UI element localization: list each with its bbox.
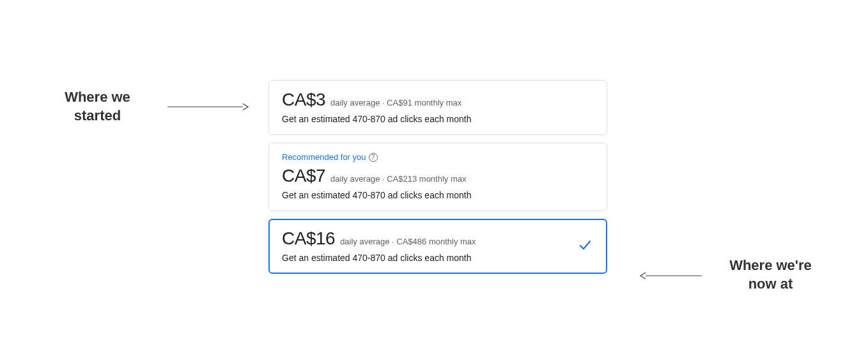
- budget-amount-line: CA$3 daily average · CA$91 monthly max: [282, 90, 594, 110]
- annotation-now: Where we're now at: [715, 257, 826, 293]
- budget-amount: CA$7: [282, 166, 325, 186]
- budget-estimate: Get an estimated 470-870 ad clicks each …: [282, 190, 594, 200]
- budget-estimate: Get an estimated 470-870 ad clicks each …: [282, 114, 594, 124]
- arrow-right-icon: [166, 102, 249, 114]
- budget-amount: CA$3: [282, 90, 325, 110]
- budget-amount: CA$16: [282, 228, 335, 249]
- checkmark-icon: [578, 238, 592, 255]
- budget-meta: daily average · CA$91 monthly max: [330, 98, 461, 107]
- budget-options: CA$3 daily average · CA$91 monthly max G…: [268, 80, 607, 282]
- help-icon[interactable]: ?: [369, 153, 378, 162]
- budget-estimate: Get an estimated 470-870 ad clicks each …: [282, 253, 594, 263]
- budget-amount-line: CA$16 daily average · CA$486 monthly max: [282, 228, 594, 249]
- budget-meta: daily average · CA$213 monthly max: [330, 174, 466, 184]
- budget-option-recommended[interactable]: Recommended for you ? CA$7 daily average…: [268, 143, 607, 211]
- annotation-start: Where we started: [45, 88, 150, 125]
- budget-option-high[interactable]: CA$16 daily average · CA$486 monthly max…: [268, 219, 607, 274]
- recommended-label: Recommended for you ?: [282, 152, 594, 162]
- budget-option-low[interactable]: CA$3 daily average · CA$91 monthly max G…: [268, 80, 607, 135]
- arrow-left-icon: [639, 271, 703, 283]
- budget-amount-line: CA$7 daily average · CA$213 monthly max: [282, 166, 594, 186]
- budget-meta: daily average · CA$486 monthly max: [340, 237, 476, 246]
- recommended-text: Recommended for you: [282, 152, 366, 162]
